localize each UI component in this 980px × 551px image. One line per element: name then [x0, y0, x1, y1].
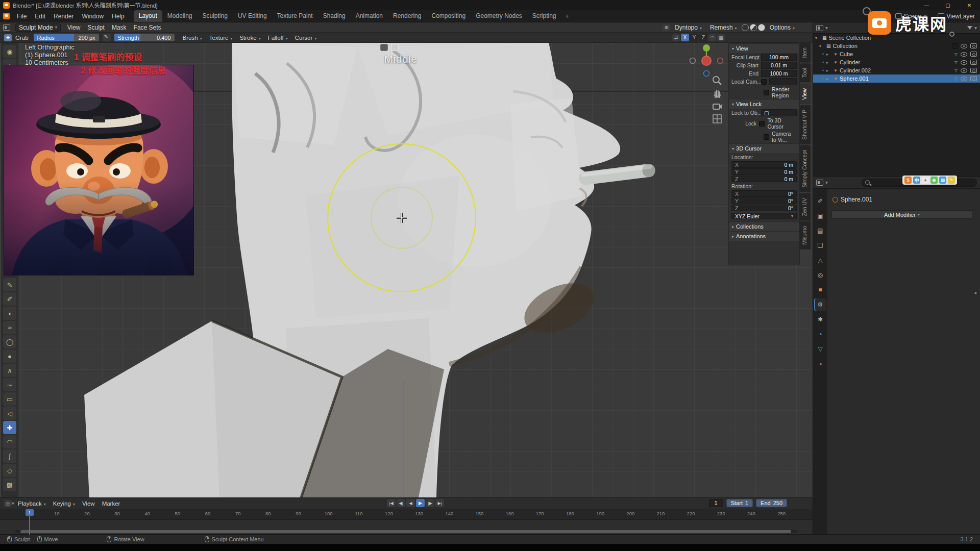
- snap-icon[interactable]: ⊞: [663, 24, 670, 31]
- axis-z-negative[interactable]: [704, 71, 709, 77]
- outliner-editor-icon[interactable]: [816, 25, 823, 31]
- menu-edit[interactable]: Edit: [31, 13, 50, 20]
- cursor-location-y[interactable]: Y0 m: [731, 168, 797, 175]
- brush-menu-texture[interactable]: Texture: [206, 35, 236, 41]
- cursor-rotation-z[interactable]: Z0°: [731, 205, 797, 211]
- properties-tab-modifiers[interactable]: ⚙: [814, 298, 826, 311]
- editor-type-icon[interactable]: [3, 24, 10, 31]
- scrollbar-thumb[interactable]: [20, 530, 791, 533]
- n-panel-tab-zen-uv[interactable]: Zen UV: [800, 193, 811, 221]
- expand-arrow-icon[interactable]: ▸: [826, 68, 832, 73]
- n-panel-tab-item[interactable]: Item: [800, 43, 811, 62]
- filter-funnel-icon[interactable]: [967, 26, 972, 30]
- axis-y-positive[interactable]: [703, 44, 710, 52]
- local-camera-field[interactable]: [769, 78, 797, 85]
- panel-collapse-arrow[interactable]: ◂: [974, 290, 976, 295]
- minimize-button[interactable]: —: [916, 0, 937, 10]
- filter-caret[interactable]: ▾: [974, 25, 977, 31]
- mirror-z-toggle[interactable]: Z: [699, 34, 707, 41]
- axis-x-negative[interactable]: [690, 58, 696, 64]
- solid-shading-icon[interactable]: [750, 24, 757, 31]
- tool-flatten[interactable]: ▭: [3, 392, 16, 406]
- view-lock-section-header[interactable]: ▾View Lock: [729, 99, 799, 109]
- properties-tab-render[interactable]: ▣: [814, 210, 826, 222]
- transport-play-reverse[interactable]: ◀: [406, 499, 415, 507]
- view-section-header[interactable]: ▾View: [729, 43, 799, 53]
- timeline-editor-icon[interactable]: ◷: [4, 500, 12, 507]
- cursor-rotation-y[interactable]: Y0°: [731, 197, 797, 204]
- cigar[interactable]: [578, 163, 656, 186]
- brush-menu-stroke[interactable]: Stroke: [236, 35, 264, 41]
- outliner-item-scene-collection[interactable]: ▾ ▦ Scene Collection: [813, 34, 980, 42]
- end-frame-field[interactable]: End250: [756, 499, 787, 507]
- properties-tab-view-layer[interactable]: ❏: [814, 239, 826, 252]
- tool-clay-strips[interactable]: ≈: [3, 321, 16, 334]
- local-camera-checkbox[interactable]: [761, 79, 767, 85]
- n-panel-tab-misumo[interactable]: Misumo: [800, 221, 811, 249]
- outliner-item-cylinder[interactable]: •▸▼Cylinder▽: [813, 58, 980, 66]
- mirror-x-toggle[interactable]: X: [681, 34, 689, 41]
- transport-prev-keyframe[interactable]: ◀|: [397, 499, 405, 507]
- euler-dropdown[interactable]: XYZ Euler: [731, 213, 797, 219]
- outliner-item-cylinder-002[interactable]: •▸▼Cylinder.002▽: [813, 66, 980, 74]
- transport-play[interactable]: ▶: [416, 499, 425, 507]
- camera-view-icon[interactable]: [712, 101, 723, 112]
- workspace-tab-animation[interactable]: Animation: [351, 10, 388, 22]
- workspace-tab-shading[interactable]: Shading: [318, 10, 351, 22]
- properties-tab-object[interactable]: ■: [814, 284, 826, 296]
- capture-mic-icon[interactable]: ♦: [922, 177, 929, 184]
- expand-arrow-icon[interactable]: ▸: [826, 60, 832, 65]
- dopesheet-area[interactable]: [0, 520, 813, 535]
- start-frame-field[interactable]: Start1: [726, 499, 753, 507]
- axis-x-ball[interactable]: [702, 56, 711, 65]
- menu-file[interactable]: File: [13, 13, 31, 20]
- brush-menu-falloff[interactable]: Falloff: [264, 35, 291, 41]
- playhead-marker[interactable]: 1: [26, 509, 34, 516]
- n-panel-tab-view[interactable]: View: [800, 84, 811, 105]
- zoom-icon[interactable]: [712, 75, 723, 86]
- tool-grab[interactable]: ✚: [3, 421, 16, 434]
- brush-menu-cursor[interactable]: Cursor: [291, 35, 321, 41]
- n-panel-tab-tool[interactable]: Tool: [800, 63, 811, 82]
- mirror-y-toggle[interactable]: Y: [690, 34, 698, 41]
- expand-arrow-icon[interactable]: ▸: [826, 77, 832, 81]
- properties-editor-icon[interactable]: [816, 180, 823, 186]
- focal-length-field[interactable]: 100 mm: [761, 54, 797, 61]
- breadcrumb-object-name[interactable]: Sphere.001: [841, 196, 872, 203]
- to-3d-cursor-checkbox[interactable]: [759, 121, 765, 127]
- workspace-tab-sculpting[interactable]: Sculpting: [198, 10, 233, 22]
- outliner-item-collection[interactable]: ▾ ▤ Collection: [813, 42, 980, 50]
- properties-tab-object-data[interactable]: ▽: [814, 343, 826, 355]
- wireframe-shading-icon[interactable]: [742, 24, 749, 31]
- tool-draw[interactable]: ✎: [3, 278, 16, 291]
- tool-inflate[interactable]: ◯: [3, 335, 16, 348]
- outliner-item-cube[interactable]: •▸▼Cube▽: [813, 50, 980, 58]
- tool-smooth[interactable]: ∼: [3, 378, 16, 391]
- radius-pressure-icon[interactable]: [103, 34, 111, 41]
- add-modifier-button[interactable]: Add Modifier: [831, 210, 972, 219]
- properties-tab-scene[interactable]: △: [814, 254, 826, 266]
- viewport-menu-face-sets[interactable]: Face Sets: [130, 24, 165, 31]
- disable-render-icon[interactable]: [970, 68, 977, 73]
- expand-arrow-icon[interactable]: ▾: [815, 36, 821, 40]
- current-frame-field[interactable]: 1: [709, 499, 723, 507]
- blender-menu-icon[interactable]: [3, 13, 10, 19]
- camera-to-view-checkbox[interactable]: [764, 134, 769, 140]
- brush-menu-brush[interactable]: Brush: [179, 35, 206, 41]
- workspace-tab-geometry-nodes[interactable]: Geometry Nodes: [471, 10, 527, 22]
- capture-camera-icon[interactable]: ◉: [930, 177, 938, 184]
- properties-editor-caret[interactable]: ▾: [825, 180, 828, 185]
- properties-tab-tool[interactable]: ✐: [814, 195, 826, 207]
- tool-pose[interactable]: ◇: [3, 464, 16, 477]
- disable-render-icon[interactable]: [970, 52, 977, 57]
- tool-blob[interactable]: ●: [3, 349, 16, 363]
- hide-eye-icon[interactable]: [961, 77, 967, 81]
- falloff-icon[interactable]: ◠: [708, 34, 716, 41]
- outliner-item-sphere-001[interactable]: •▸▼Sphere.001▽: [813, 74, 980, 83]
- mode-selector[interactable]: Sculpt Mode: [15, 23, 61, 32]
- workspace-tab-rendering[interactable]: Rendering: [388, 10, 426, 22]
- navigation-gizmo[interactable]: [689, 43, 724, 79]
- tool-mask[interactable]: ▩: [3, 478, 16, 491]
- clip-end-field[interactable]: 1000 m: [761, 70, 797, 77]
- cursor-location-x[interactable]: X0 m: [731, 161, 797, 168]
